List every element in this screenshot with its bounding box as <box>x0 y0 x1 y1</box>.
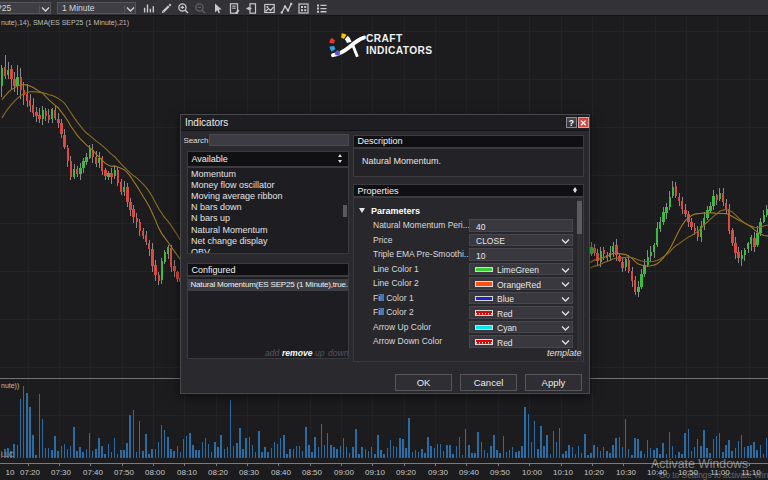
svg-text:INDICATORS: INDICATORS <box>366 45 432 56</box>
svg-text:CRAFT: CRAFT <box>366 33 403 44</box>
